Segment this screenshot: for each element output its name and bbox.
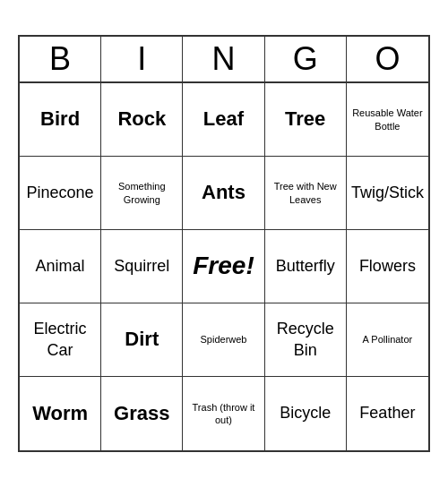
bingo-cell-21[interactable]: Grass <box>101 377 183 450</box>
bingo-cell-13[interactable]: Butterfly <box>265 230 347 303</box>
bingo-cell-18[interactable]: Recycle Bin <box>265 303 347 377</box>
bingo-header: BINGO <box>20 37 428 83</box>
bingo-cell-6[interactable]: Something Growing <box>101 157 183 230</box>
bingo-cell-12[interactable]: Free! <box>183 230 264 303</box>
header-letter-b: B <box>20 37 101 81</box>
bingo-cell-16[interactable]: Dirt <box>101 303 183 377</box>
bingo-cell-4[interactable]: Reusable Water Bottle <box>347 83 428 157</box>
bingo-cell-9[interactable]: Twig/Stick <box>347 157 428 230</box>
bingo-cell-15[interactable]: Electric Car <box>20 303 101 377</box>
bingo-cell-0[interactable]: Bird <box>20 83 101 157</box>
bingo-cell-7[interactable]: Ants <box>183 157 264 230</box>
bingo-cell-22[interactable]: Trash (throw it out) <box>183 377 264 450</box>
bingo-grid: BirdRockLeafTreeReusable Water BottlePin… <box>20 83 428 450</box>
bingo-cell-24[interactable]: Feather <box>347 377 428 450</box>
header-letter-g: G <box>265 37 347 81</box>
bingo-cell-20[interactable]: Worm <box>20 377 101 450</box>
bingo-cell-23[interactable]: Bicycle <box>265 377 347 450</box>
header-letter-n: N <box>183 37 264 81</box>
bingo-cell-3[interactable]: Tree <box>265 83 347 157</box>
bingo-cell-1[interactable]: Rock <box>101 83 183 157</box>
bingo-cell-8[interactable]: Tree with New Leaves <box>265 157 347 230</box>
bingo-cell-2[interactable]: Leaf <box>183 83 264 157</box>
bingo-cell-17[interactable]: Spiderweb <box>183 303 264 377</box>
bingo-cell-19[interactable]: A Pollinator <box>347 303 428 377</box>
bingo-cell-5[interactable]: Pinecone <box>20 157 101 230</box>
bingo-card: BINGO BirdRockLeafTreeReusable Water Bot… <box>18 35 430 452</box>
header-letter-o: O <box>347 37 428 81</box>
bingo-cell-14[interactable]: Flowers <box>347 230 428 303</box>
bingo-cell-10[interactable]: Animal <box>20 230 101 303</box>
bingo-cell-11[interactable]: Squirrel <box>101 230 183 303</box>
header-letter-i: I <box>101 37 183 81</box>
